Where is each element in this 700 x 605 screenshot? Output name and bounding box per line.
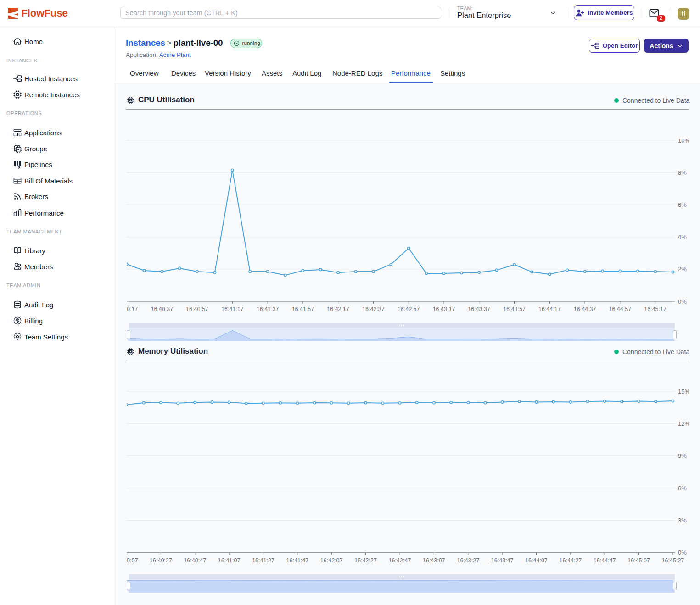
svg-text:2%: 2% [678,266,687,272]
svg-text:16:42:27: 16:42:27 [354,557,377,564]
svg-text:0%: 0% [678,549,687,556]
svg-text:12%: 12% [678,420,689,427]
svg-text:16:43:27: 16:43:27 [457,557,479,564]
svg-text:16:45:27: 16:45:27 [662,557,684,564]
svg-text:16:45:07: 16:45:07 [627,557,650,564]
svg-text:16:44:27: 16:44:27 [560,557,582,564]
svg-text:9%: 9% [678,452,687,459]
svg-text:16:40:37: 16:40:37 [151,306,173,312]
svg-text:16:41:07: 16:41:07 [218,557,241,564]
svg-text:16:41:57: 16:41:57 [292,306,314,312]
svg-text:6%: 6% [678,485,687,492]
svg-text:16:44:07: 16:44:07 [525,557,548,564]
svg-text:16:45:17: 16:45:17 [644,306,666,312]
svg-text:16:40:17: 16:40:17 [127,306,138,312]
svg-text:16:42:07: 16:42:07 [320,557,343,564]
svg-text:6%: 6% [678,201,687,208]
svg-text:16:43:47: 16:43:47 [491,557,514,564]
svg-text:16:41:37: 16:41:37 [257,306,279,312]
svg-text:16:44:37: 16:44:37 [574,306,596,312]
svg-text:16:42:17: 16:42:17 [327,306,349,312]
svg-text:16:42:37: 16:42:37 [362,306,385,312]
svg-text:16:43:37: 16:43:37 [468,306,490,312]
svg-text:16:43:57: 16:43:57 [503,306,526,312]
svg-text:3%: 3% [678,517,687,524]
svg-text:10%: 10% [678,137,689,144]
svg-text:8%: 8% [678,169,687,176]
svg-text:16:40:47: 16:40:47 [184,557,206,564]
svg-text:16:43:07: 16:43:07 [423,557,445,564]
svg-text:16:40:07: 16:40:07 [127,557,138,564]
svg-text:16:40:57: 16:40:57 [186,306,208,312]
svg-text:16:44:57: 16:44:57 [609,306,631,312]
svg-text:16:40:27: 16:40:27 [150,557,172,564]
svg-text:0%: 0% [678,298,687,305]
svg-text:15%: 15% [678,388,689,395]
svg-text:16:44:17: 16:44:17 [538,306,561,312]
svg-text:4%: 4% [678,233,687,240]
svg-text:16:41:47: 16:41:47 [286,557,309,564]
svg-text:16:42:47: 16:42:47 [389,557,411,564]
svg-text:16:42:57: 16:42:57 [398,306,420,312]
svg-text:16:43:17: 16:43:17 [433,306,455,312]
svg-text:16:44:47: 16:44:47 [594,557,616,564]
svg-text:16:41:27: 16:41:27 [252,557,274,564]
svg-text:16:41:17: 16:41:17 [221,306,244,312]
